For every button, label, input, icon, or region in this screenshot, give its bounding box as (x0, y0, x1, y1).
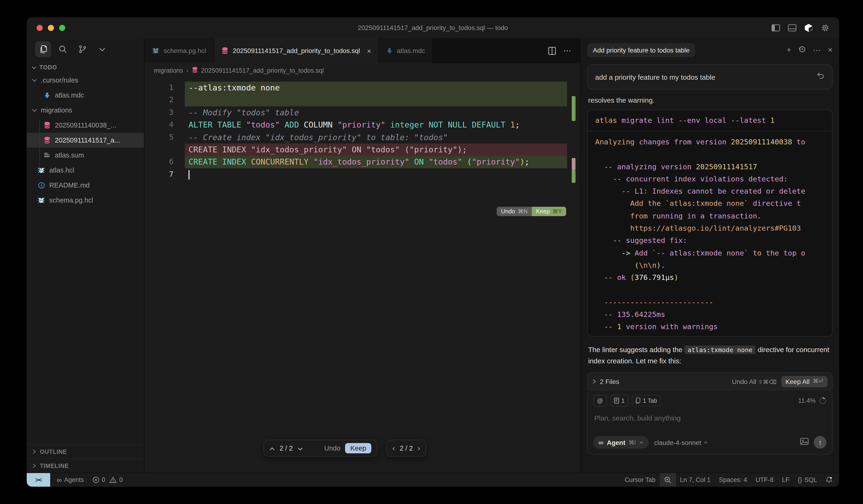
toggle-panel-icon[interactable] (788, 24, 797, 31)
close-chat-icon[interactable]: × (828, 46, 833, 55)
tree-item-migrations[interactable]: migrations (27, 103, 144, 118)
tab-atlas-mdc[interactable]: atlas.mdc (379, 38, 433, 63)
chat-input-placeholder[interactable]: Plan, search, build anything (594, 414, 825, 422)
terminal-line: ------------------------- (595, 296, 825, 309)
cube-icon[interactable] (804, 23, 813, 32)
tree-item--cursor-rules[interactable]: .cursor/rules (27, 73, 144, 88)
undo-diff-button[interactable]: Undo (324, 444, 340, 452)
spider-icon (37, 166, 46, 174)
tree-item-label: .cursor/rules (41, 76, 78, 84)
prev-diff-icon[interactable] (270, 444, 275, 452)
breadcrumb-folder[interactable]: migrations (154, 67, 183, 74)
diff-review-pill: 2 / 2 Undo Keep (264, 440, 377, 457)
attach-image-icon[interactable] (800, 438, 809, 447)
history-icon[interactable] (798, 45, 806, 55)
sidebar-section-timeline[interactable]: TIMELINE (27, 458, 144, 473)
zoom-status-icon[interactable] (660, 473, 676, 487)
mention-button[interactable]: @ (593, 395, 607, 406)
explorer-sidebar: TODO .cursor/rulesatlas.mdcmigrations202… (27, 38, 145, 473)
breadcrumb[interactable]: migrations › 20250911141517_add_priority… (145, 63, 580, 77)
problems-status-item[interactable]: 0 0 (88, 473, 127, 487)
prev-file-icon[interactable]: ‹ (392, 444, 395, 452)
overview-mark-added-2 (572, 170, 575, 183)
tab-context-chip[interactable]: 1 Tab (631, 395, 661, 406)
toggle-sidebar-icon[interactable] (772, 24, 780, 31)
inline-keep-button[interactable]: Keep⌘Y (532, 207, 566, 216)
terminal-line: Analyzing changes from version 202509111… (595, 136, 825, 148)
settings-gear-icon[interactable] (821, 23, 830, 32)
errors-icon (92, 476, 99, 483)
remote-indicator[interactable]: >< (27, 473, 50, 487)
undo-all-button[interactable]: Undo All ⇧⌘⌫ (732, 378, 776, 385)
search-icon[interactable] (55, 41, 71, 57)
diff-file-nav-pill: ‹ 2 / 2 › (387, 440, 426, 457)
line-number: 5 (145, 131, 174, 143)
more-icon[interactable]: ⋯ (563, 46, 572, 55)
tab-schema-pg-hcl[interactable]: schema.pg.hcl (145, 38, 214, 63)
close-tab-icon[interactable]: × (367, 47, 371, 55)
tree-item-20250911141517-a-[interactable]: 20250911141517_a... (27, 133, 144, 148)
tree-item-atlas-sum[interactable]: atlas.sum (27, 148, 144, 163)
tree-item-20250911140038-[interactable]: 20250911140038_... (27, 118, 144, 133)
terminal-line: from running in a transaction. (595, 210, 825, 223)
tree-item-label: migrations (41, 106, 72, 114)
code-editor[interactable]: 1--atlas:txmode none23-- Modify "todos" … (145, 77, 580, 473)
next-diff-icon[interactable] (297, 444, 302, 452)
new-chat-icon[interactable]: + (787, 46, 791, 55)
line-col-status[interactable]: Ln 7, Col 1 (676, 473, 715, 487)
tree-item-label: 20250911140038_... (55, 122, 116, 129)
restore-checkpoint-icon[interactable] (816, 72, 825, 81)
tree-item-readme-md[interactable]: README.md (27, 178, 144, 193)
indentation-status[interactable]: Spaces: 4 (715, 473, 751, 487)
folder-chevron-icon (30, 78, 38, 82)
split-editor-icon[interactable] (548, 47, 556, 55)
code-line[interactable]: 3-- Modify "todos" table (145, 106, 580, 119)
chat-input-box[interactable]: @ 1 1 Tab 11.4% (587, 390, 833, 455)
more-actions-icon[interactable]: ⋯ (813, 45, 821, 55)
eol-status[interactable]: LF (778, 473, 793, 487)
activity-chevron-down-icon[interactable] (94, 41, 110, 57)
chat-title-tab[interactable]: Add priority feature to todos table (587, 43, 695, 57)
language-status[interactable]: {}SQL (793, 473, 821, 487)
code-line[interactable]: 7 (145, 168, 580, 180)
rules-chip[interactable]: 1 (610, 395, 628, 406)
code-line[interactable]: 5-- Create index "idx_todos_priority" to… (145, 131, 580, 143)
breadcrumb-file[interactable]: 20250911141517_add_priority_to_todos.sql (201, 67, 324, 74)
project-root-header[interactable]: TODO (27, 61, 144, 73)
cursor-tab-status[interactable]: Cursor Tab (621, 473, 660, 487)
terminal-command: atlas migrate lint --env local --latest … (588, 110, 832, 131)
user-message-text: add a priority feature to my todos table (595, 73, 715, 81)
files-count-label: 2 Files (600, 378, 619, 385)
code-line[interactable]: 4ALTER TABLE "todos" ADD COLUMN "priorit… (145, 118, 580, 131)
terminal-line: -- suggested fix: (595, 235, 825, 247)
keep-diff-button[interactable]: Keep (345, 443, 372, 453)
source-control-icon[interactable] (75, 41, 90, 57)
encoding-status[interactable]: UTF-8 (751, 473, 778, 487)
sidebar-section-outline[interactable]: OUTLINE (27, 444, 144, 458)
tree-item-schema-pg-hcl[interactable]: schema.pg.hcl (27, 193, 144, 208)
inline-undo-button[interactable]: Undo⌘N (497, 207, 531, 216)
status-bar: >< ∞Agents 0 0 Cursor Tab Ln 7, Col 1 Sp… (27, 473, 839, 487)
agents-status-item[interactable]: ∞Agents (50, 473, 88, 487)
app-window: 20250911141517_add_priority_to_todos.sql… (27, 17, 839, 487)
next-file-icon[interactable]: › (418, 444, 420, 452)
terminal-line: -- L1: Indexes cannot be created or dele… (595, 185, 825, 198)
user-message[interactable]: add a priority feature to my todos table (587, 64, 833, 90)
tree-item-atlas-hcl[interactable]: atlas.hcl (27, 163, 144, 178)
tree-item-label: 20250911141517_a... (55, 136, 120, 144)
model-selector[interactable]: claude-4-sonnet (654, 439, 708, 446)
code-line[interactable]: 6CREATE INDEX CONCURRENTLY "idx_todos_pr… (145, 156, 580, 168)
tab-20250911141517-add-priority-to-todos-sql[interactable]: 20250911141517_add_priority_to_todos.sql… (214, 38, 379, 63)
agent-mode-selector[interactable]: ∞ Agent ⌘I (593, 436, 648, 449)
explorer-files-icon[interactable] (35, 41, 51, 57)
arrow-down-icon (43, 91, 51, 99)
tree-item-atlas-mdc[interactable]: atlas.mdc (27, 88, 144, 103)
changed-files-bar[interactable]: 2 Files Undo All ⇧⌘⌫ Keep All⌘⏎ (587, 372, 833, 390)
code-line[interactable]: 1--atlas:txmode none (145, 81, 580, 94)
terminal-line: -- 135.64225ms (595, 308, 825, 321)
send-button[interactable]: ↑ (814, 436, 826, 449)
notifications-bell-icon[interactable] (821, 473, 839, 487)
code-line[interactable]: 2 (145, 94, 580, 106)
keep-all-button[interactable]: Keep All⌘⏎ (781, 376, 827, 387)
code-line-removed[interactable]: CREATE INDEX "idx_todos_priority" ON "to… (145, 143, 580, 156)
